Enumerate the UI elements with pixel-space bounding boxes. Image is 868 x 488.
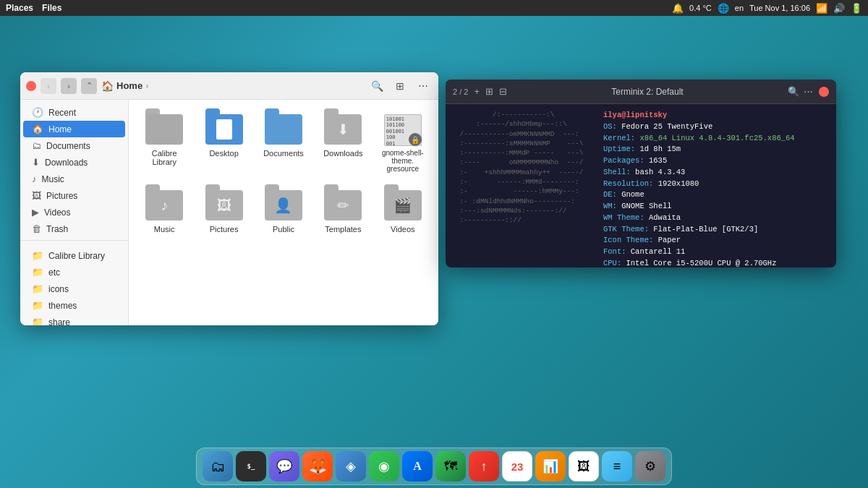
sidebar-icons-label: icons: [48, 284, 69, 294]
term-split-v[interactable]: ⊟: [499, 86, 507, 97]
sidebar-calibre-label: Calibre Library: [48, 251, 105, 261]
file-item-templates[interactable]: ✏ Templates: [316, 184, 370, 239]
file-label-templates: Templates: [325, 225, 361, 234]
dock-app-files[interactable]: 🗂: [203, 451, 233, 481]
term-toolbar: 🔍 ⋯: [788, 86, 813, 97]
sidebar-item-music[interactable]: ♪ Music: [23, 171, 125, 187]
documents-icon: 🗂: [32, 140, 41, 151]
fm-sidebar: 🕐 Recent 🏠 Home 🗂 Documents ⬇ Downloads …: [20, 100, 129, 325]
fm-path-label: Home: [116, 80, 142, 91]
sidebar-item-calibre[interactable]: 📁 Calibre Library: [23, 247, 125, 264]
sidebar-item-home[interactable]: 🏠 Home: [23, 121, 125, 137]
volume-icon[interactable]: 🔊: [833, 3, 845, 14]
fm-body: 🕐 Recent 🏠 Home 🗂 Documents ⬇ Downloads …: [20, 100, 438, 325]
file-item-music[interactable]: ♪ Music: [137, 184, 191, 239]
term-titlebar: 2 / 2 + ⊞ ⊟ Terminix 2: Default 🔍 ⋯: [446, 80, 836, 104]
sidebar-documents-label: Documents: [46, 141, 90, 151]
language: en: [735, 4, 744, 12]
dock-app-3[interactable]: A: [402, 451, 433, 481]
term-split-h[interactable]: ⊞: [485, 86, 493, 97]
file-label-pictures: Pictures: [210, 225, 239, 234]
sidebar-pictures-label: Pictures: [46, 191, 77, 201]
file-item-public[interactable]: 👤 Public: [257, 184, 310, 239]
term-close-button[interactable]: [819, 87, 829, 97]
file-item-gnome[interactable]: 101001101100001001100001 🔒 gnome-shell-t…: [376, 108, 430, 179]
file-item-pictures[interactable]: 🖼 Pictures: [197, 184, 250, 239]
dock-app-chat[interactable]: 💬: [269, 451, 299, 481]
fm-file-grid: Calibre Library Desktop Do: [137, 108, 430, 239]
sidebar-item-trash[interactable]: 🗑 Trash: [23, 221, 125, 237]
etc-folder-icon: 📁: [32, 267, 43, 278]
notification-icon[interactable]: 🔔: [672, 3, 684, 14]
sidebar-item-pictures[interactable]: 🖼 Pictures: [23, 187, 125, 204]
sidebar-item-icons[interactable]: 📁 icons: [23, 281, 125, 297]
sidebar-item-share[interactable]: 📁 share: [23, 314, 125, 325]
dock-app-firefox[interactable]: 🦊: [302, 451, 333, 481]
file-item-videos[interactable]: 🎬 Videos: [376, 184, 430, 239]
fm-view-button[interactable]: ⊞: [391, 77, 409, 95]
fm-up-button[interactable]: ⌃: [81, 78, 97, 94]
file-item-desktop[interactable]: Desktop: [197, 108, 250, 179]
dock-app-calendar[interactable]: 23: [502, 451, 532, 481]
sidebar-videos-label: Videos: [44, 207, 70, 218]
file-label-videos: Videos: [391, 225, 414, 234]
topbar-files[interactable]: Files: [42, 3, 61, 13]
dock-app-orange[interactable]: 📊: [535, 451, 566, 481]
dock-app-2[interactable]: ◉: [369, 451, 399, 481]
file-item-calibre[interactable]: Calibre Library: [137, 108, 191, 179]
share-folder-icon: 📁: [32, 317, 43, 325]
dock-app-maps[interactable]: 🗺: [435, 451, 466, 481]
sidebar-trash-label: Trash: [46, 224, 68, 234]
file-label-public: Public: [273, 225, 294, 234]
fm-search-button[interactable]: 🔍: [367, 77, 386, 95]
term-menu-icon[interactable]: ⋯: [804, 86, 813, 97]
dock-app-notes[interactable]: ≡: [602, 451, 632, 481]
term-body[interactable]: /:-----------:\ :------/shhOHbmp---::\ /…: [446, 104, 836, 267]
file-item-downloads[interactable]: ⬇ Downloads: [316, 108, 370, 179]
sidebar-item-videos[interactable]: ▶ Videos: [23, 204, 125, 221]
dock-app-photos[interactable]: 🖼: [569, 451, 599, 481]
fm-back-button[interactable]: ‹: [41, 78, 56, 94]
sidebar-item-recent[interactable]: 🕐 Recent: [23, 104, 125, 121]
dock-app-red[interactable]: ↑: [469, 451, 499, 481]
sidebar-item-documents[interactable]: 🗂 Documents: [23, 137, 125, 154]
file-item-documents[interactable]: Documents: [257, 108, 310, 179]
battery-icon[interactable]: 🔋: [851, 3, 862, 14]
sidebar-recent-label: Recent: [48, 108, 76, 118]
trash-icon: 🗑: [32, 223, 41, 234]
sidebar-home-label: Home: [48, 124, 72, 134]
icons-folder-icon: 📁: [32, 283, 43, 294]
file-label-calibre: Calibre Library: [140, 149, 188, 166]
dock-app-settings[interactable]: ⚙: [635, 451, 665, 481]
terminal-window: 2 / 2 + ⊞ ⊟ Terminix 2: Default 🔍 ⋯ /:--…: [446, 80, 836, 267]
term-search-icon[interactable]: 🔍: [788, 86, 799, 97]
fm-path-home[interactable]: 🏠 Home: [101, 80, 142, 92]
term-add-tab[interactable]: +: [474, 86, 480, 97]
datetime: Tue Nov 1, 16:06: [749, 4, 810, 12]
dock-app-1[interactable]: ◈: [336, 451, 366, 481]
network-icon[interactable]: 🌐: [718, 3, 729, 14]
sidebar-share-label: share: [48, 317, 70, 326]
fm-path-chevron: ›: [145, 80, 148, 91]
file-label-gnome: gnome-shell-theme.gresource: [379, 149, 427, 173]
file-label-downloads: Downloads: [323, 149, 362, 158]
sidebar-item-etc[interactable]: 📁 etc: [23, 264, 125, 281]
temperature: 0.4 °C: [689, 4, 712, 12]
wifi-icon[interactable]: 📶: [816, 3, 827, 14]
term-username: ilya@lipnitsky: [603, 111, 667, 119]
sidebar-item-themes[interactable]: 📁 themes: [23, 297, 125, 314]
calibre-folder-icon: 📁: [32, 250, 43, 261]
downloads-icon: ⬇: [32, 157, 40, 168]
music-icon: ♪: [32, 174, 37, 184]
term-info-panel: ilya@lipnitsky OS: Fedora 25 TwentyFive …: [603, 110, 830, 262]
fm-forward-button[interactable]: ›: [61, 78, 77, 94]
fm-menu-button[interactable]: ⋯: [414, 77, 433, 95]
dock-app-terminal[interactable]: $_: [236, 451, 266, 481]
fm-path: 🏠 Home ›: [101, 80, 363, 92]
fm-close-button[interactable]: [26, 81, 36, 91]
videos-icon: ▶: [32, 207, 39, 218]
sidebar-item-downloads[interactable]: ⬇ Downloads: [23, 154, 125, 171]
topbar: Places Files 🔔 0.4 °C 🌐 en Tue Nov 1, 16…: [0, 0, 868, 16]
topbar-places[interactable]: Places: [6, 3, 33, 13]
fm-toolbar: 🔍 ⊞ ⋯: [367, 77, 433, 95]
